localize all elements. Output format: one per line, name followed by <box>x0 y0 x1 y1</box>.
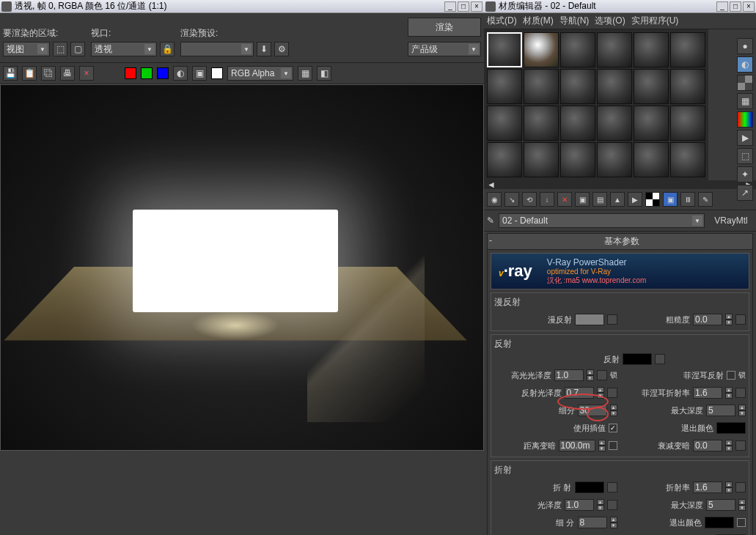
roughness-spinner[interactable]: 0.0 <box>693 314 722 325</box>
menu-mode[interactable]: 模式(D) <box>487 15 517 27</box>
material-name-select[interactable]: 02 - Default▼ <box>499 213 705 228</box>
mono-icon[interactable]: ▣ <box>192 66 207 81</box>
material-slot[interactable] <box>597 69 632 104</box>
material-slot[interactable] <box>670 142 705 177</box>
background-icon[interactable] <box>737 75 753 91</box>
crop-icon[interactable]: ▢ <box>70 42 85 56</box>
close-button[interactable]: × <box>471 1 482 12</box>
material-slot[interactable] <box>670 69 705 104</box>
mat-id-icon[interactable]: Ⅲ <box>680 192 695 207</box>
material-slot[interactable] <box>597 142 632 177</box>
render-viewport[interactable] <box>0 84 484 451</box>
material-slot[interactable] <box>487 69 522 104</box>
diffuse-color-swatch[interactable] <box>575 314 604 325</box>
diffuse-map-button[interactable] <box>607 314 617 325</box>
material-slot[interactable] <box>634 32 669 67</box>
material-slot[interactable] <box>634 106 669 141</box>
fresnel-ior-spinner[interactable]: 1.6 <box>693 387 722 399</box>
eyedropper-icon[interactable]: ✎ <box>487 215 494 226</box>
show-in-vp-icon[interactable]: ▣ <box>663 192 678 207</box>
ior-spinner[interactable]: 1.6 <box>693 482 722 493</box>
rollout-header[interactable]: -基本参数 <box>488 234 752 250</box>
copy-icon[interactable]: 📋 <box>22 66 37 81</box>
minimize-button[interactable]: _ <box>444 1 456 12</box>
show-end-icon[interactable]: ▤ <box>592 192 607 207</box>
material-slot[interactable] <box>597 106 632 141</box>
fresnel-checkbox[interactable] <box>727 371 735 380</box>
material-slot[interactable] <box>597 32 632 67</box>
menu-material[interactable]: 材质(M) <box>523 15 554 27</box>
material-slot[interactable] <box>524 106 559 141</box>
material-slot[interactable] <box>670 106 705 141</box>
output-select[interactable]: 产品级▼ <box>408 42 481 56</box>
maximize-button[interactable]: □ <box>458 1 469 12</box>
go-parent-icon[interactable]: ▲ <box>610 192 625 207</box>
exit-color-swatch[interactable] <box>716 422 746 434</box>
preset-save-icon[interactable]: ⬇ <box>257 42 271 56</box>
channel-select[interactable]: RGB Alpha▼ <box>227 66 293 81</box>
alpha-icon[interactable]: ◐ <box>173 66 188 81</box>
hilight-map-button[interactable] <box>597 370 607 380</box>
refl-gloss-map-button[interactable] <box>607 388 617 398</box>
reset-icon[interactable]: ⟲ <box>522 192 537 207</box>
delete-icon[interactable]: ✕ <box>557 192 572 207</box>
dim-falloff-map-button[interactable] <box>735 440 746 451</box>
dim-dist-spinner[interactable]: 100.0m <box>559 440 595 451</box>
material-slot[interactable] <box>487 32 522 67</box>
material-slot[interactable] <box>634 69 669 104</box>
color-check-icon[interactable] <box>737 111 753 128</box>
green-channel[interactable] <box>141 67 153 79</box>
select-by-mat-icon[interactable]: ✦ <box>737 166 753 182</box>
refr-exit-color-swatch[interactable] <box>705 517 734 528</box>
menu-utilities[interactable]: 实用程序(U) <box>631 15 679 27</box>
region-icon[interactable]: ⬚ <box>53 42 67 56</box>
menu-navigate[interactable]: 导航(N) <box>559 15 590 27</box>
refr-exit-checkbox[interactable] <box>737 518 746 527</box>
material-type-button[interactable]: VRayMtl <box>709 215 753 226</box>
dim-falloff-spinner[interactable]: 0.0 <box>693 440 722 451</box>
material-slot[interactable] <box>524 69 559 104</box>
material-slot[interactable] <box>560 106 595 141</box>
save-icon[interactable]: 💾 <box>3 66 18 81</box>
material-slot[interactable] <box>524 142 559 177</box>
refr-gloss-map-button[interactable] <box>607 500 617 510</box>
blue-channel[interactable] <box>157 67 169 79</box>
uv-tile-icon[interactable]: ▦ <box>737 93 753 109</box>
roughness-map-button[interactable] <box>735 314 746 325</box>
dim-dist-checkbox[interactable] <box>609 441 617 450</box>
pick-icon[interactable]: ✎ <box>698 192 713 207</box>
material-scrollbar[interactable]: ◄► <box>484 180 756 189</box>
print-icon[interactable]: 🖶 <box>60 66 75 81</box>
refract-color-swatch[interactable] <box>575 482 604 493</box>
put-to-scene-icon[interactable]: ↓ <box>540 192 554 207</box>
minimize-button[interactable]: _ <box>716 1 728 12</box>
checker-icon[interactable] <box>645 192 660 207</box>
material-slot[interactable] <box>560 142 595 177</box>
show-map-icon[interactable]: ▣ <box>575 192 590 207</box>
options-icon[interactable]: ⬚ <box>737 148 753 164</box>
render-button[interactable]: 渲染 <box>408 18 481 37</box>
assign-icon[interactable]: ↘ <box>504 192 519 207</box>
preset-select[interactable]: ▼ <box>180 42 254 56</box>
subdiv-spinner[interactable]: 30 <box>578 405 607 416</box>
menu-options[interactable]: 选项(O) <box>595 15 625 27</box>
viewport-select[interactable]: 透视▼ <box>91 42 157 56</box>
material-map-nav-icon[interactable]: ↗ <box>737 185 753 201</box>
material-slot[interactable] <box>560 32 595 67</box>
refract-map-button[interactable] <box>607 482 617 492</box>
backlight-icon[interactable]: ◐ <box>737 56 753 73</box>
material-slot[interactable] <box>560 69 595 104</box>
material-slot[interactable] <box>634 142 669 177</box>
refr-max-depth-spinner[interactable]: 5 <box>706 499 735 511</box>
refr-subdiv-spinner[interactable]: 8 <box>578 517 607 528</box>
white-swatch[interactable] <box>211 67 223 79</box>
overlay-icon[interactable]: ▦ <box>298 66 312 81</box>
red-channel[interactable] <box>125 67 136 79</box>
reflect-map-button[interactable] <box>655 354 665 364</box>
use-interp-checkbox[interactable]: ✓ <box>609 424 617 432</box>
fresnel-ior-map-button[interactable] <box>735 388 746 398</box>
material-slot[interactable] <box>670 32 705 67</box>
refl-gloss-spinner[interactable]: 0.7 <box>565 387 594 399</box>
go-forward-icon[interactable]: ▶ <box>628 192 642 207</box>
material-slot[interactable] <box>524 32 559 67</box>
